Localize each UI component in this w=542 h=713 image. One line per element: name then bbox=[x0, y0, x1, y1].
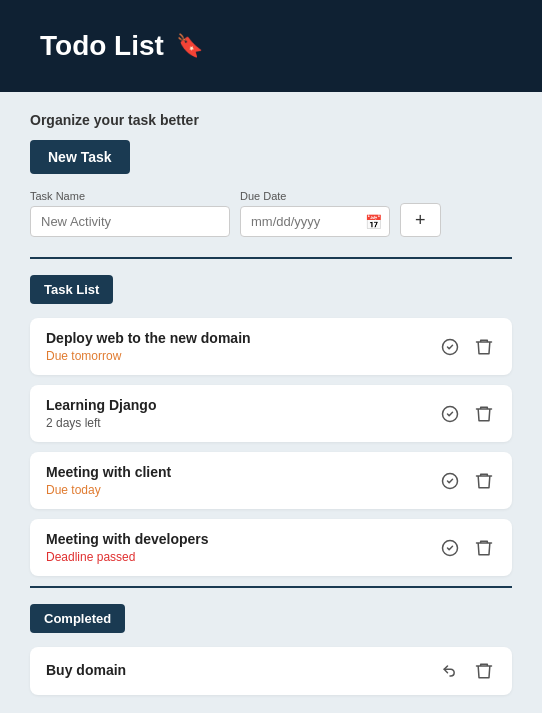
delete-task-button[interactable] bbox=[472, 469, 496, 493]
complete-task-button[interactable] bbox=[438, 335, 462, 359]
task-due: 2 days left bbox=[46, 416, 156, 430]
trash-icon bbox=[474, 471, 494, 491]
task-info: Meeting with client Due today bbox=[46, 464, 171, 497]
trash-icon bbox=[474, 337, 494, 357]
complete-task-button[interactable] bbox=[438, 402, 462, 426]
completed-task-row: Buy domain bbox=[30, 647, 512, 695]
task-actions bbox=[438, 469, 496, 493]
undo-task-button[interactable] bbox=[438, 659, 462, 683]
delete-task-button[interactable] bbox=[472, 335, 496, 359]
task-actions bbox=[438, 536, 496, 560]
task-actions bbox=[438, 402, 496, 426]
section-divider-1 bbox=[30, 257, 512, 259]
date-wrapper: 📅 bbox=[240, 206, 390, 237]
subtitle-text: Organize your task better bbox=[30, 112, 512, 128]
main-content: Organize your task better New Task Task … bbox=[0, 92, 542, 713]
complete-task-button[interactable] bbox=[438, 469, 462, 493]
section-divider-2 bbox=[30, 586, 512, 588]
task-due: Deadline passed bbox=[46, 550, 209, 564]
task-form: Task Name Due Date 📅 + bbox=[30, 190, 512, 237]
check-circle-icon bbox=[440, 404, 460, 424]
task-info: Deploy web to the new domain Due tomorro… bbox=[46, 330, 251, 363]
task-actions bbox=[438, 335, 496, 359]
task-name: Deploy web to the new domain bbox=[46, 330, 251, 346]
complete-task-button[interactable] bbox=[438, 536, 462, 560]
due-date-input[interactable] bbox=[240, 206, 390, 237]
task-name-label: Task Name bbox=[30, 190, 230, 202]
task-name: Buy domain bbox=[46, 662, 126, 678]
task-name: Meeting with client bbox=[46, 464, 171, 480]
task-name-group: Task Name bbox=[30, 190, 230, 237]
app-header: Todo List 🔖 bbox=[0, 0, 542, 92]
task-info: Learning Django 2 days left bbox=[46, 397, 156, 430]
delete-task-button[interactable] bbox=[472, 402, 496, 426]
bookmark-icon: 🔖 bbox=[176, 33, 203, 59]
check-circle-icon bbox=[440, 538, 460, 558]
task-row: Meeting with client Due today bbox=[30, 452, 512, 509]
task-list-header: Task List bbox=[30, 275, 113, 304]
completed-header: Completed bbox=[30, 604, 125, 633]
undo-icon bbox=[440, 661, 460, 681]
task-row: Deploy web to the new domain Due tomorro… bbox=[30, 318, 512, 375]
due-date-group: Due Date 📅 bbox=[240, 190, 390, 237]
task-name: Meeting with developers bbox=[46, 531, 209, 547]
task-due: Due tomorrow bbox=[46, 349, 251, 363]
task-due: Due today bbox=[46, 483, 171, 497]
completed-list: Buy domain bbox=[30, 647, 512, 695]
task-name-input[interactable] bbox=[30, 206, 230, 237]
trash-icon bbox=[474, 661, 494, 681]
trash-icon bbox=[474, 538, 494, 558]
task-row: Meeting with developers Deadline passed bbox=[30, 519, 512, 576]
add-task-button[interactable]: + bbox=[400, 203, 441, 237]
task-name: Learning Django bbox=[46, 397, 156, 413]
check-circle-icon bbox=[440, 337, 460, 357]
delete-task-button[interactable] bbox=[472, 536, 496, 560]
app-title: Todo List bbox=[40, 30, 164, 62]
new-task-button[interactable]: New Task bbox=[30, 140, 130, 174]
due-date-label: Due Date bbox=[240, 190, 390, 202]
delete-completed-task-button[interactable] bbox=[472, 659, 496, 683]
task-info: Meeting with developers Deadline passed bbox=[46, 531, 209, 564]
task-info: Buy domain bbox=[46, 662, 126, 681]
task-actions bbox=[438, 659, 496, 683]
task-list: Deploy web to the new domain Due tomorro… bbox=[30, 318, 512, 576]
task-row: Learning Django 2 days left bbox=[30, 385, 512, 442]
trash-icon bbox=[474, 404, 494, 424]
check-circle-icon bbox=[440, 471, 460, 491]
